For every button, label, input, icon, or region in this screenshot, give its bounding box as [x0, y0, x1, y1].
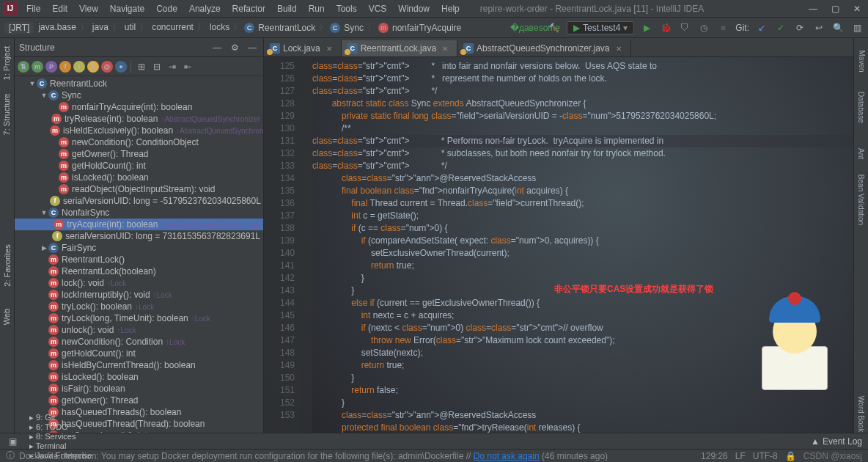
menu-vcs[interactable]: VCS	[363, 2, 393, 15]
menu-file[interactable]: File	[21, 2, 46, 15]
file-encoding[interactable]: UTF-8	[753, 451, 778, 461]
readonly-icon[interactable]: 🔒	[785, 451, 796, 461]
menu-code[interactable]: Code	[150, 2, 183, 15]
close-tab-icon[interactable]: ✕	[616, 45, 622, 53]
menu-run[interactable]: Run	[303, 2, 331, 15]
tree-node[interactable]: misLocked(): boolean	[15, 172, 263, 183]
line-gutter[interactable]: 1251261271281291301311321331341351361371…	[264, 57, 301, 433]
search-icon[interactable]: 🔍	[831, 21, 845, 34]
tree-node[interactable]: mnewCondition(): ConditionObject	[15, 136, 263, 148]
bottom-tab[interactable]: ▸ Terminal	[29, 441, 92, 451]
tree-node[interactable]: fserialVersionUID: long = -5179523762034…	[15, 195, 263, 207]
tree-node[interactable]: mgetHoldCount(): int	[15, 348, 263, 359]
tree-node[interactable]: mReentrantLock(boolean)	[15, 265, 263, 277]
structure-tab[interactable]: 7: Structure	[3, 94, 12, 136]
collapse-all-icon[interactable]: ⊟	[150, 60, 163, 73]
close-button[interactable]: ✕	[846, 0, 868, 18]
editor-tab[interactable]: CLock.java✕	[264, 40, 342, 56]
hammer-icon[interactable]: 🔨	[548, 21, 561, 34]
vcs-update-icon[interactable]: ↙	[755, 21, 768, 34]
menu-refactor[interactable]: Refactor	[227, 2, 271, 15]
bean-tab[interactable]: Bean Validation	[857, 175, 865, 225]
tree-node[interactable]: mReentrantLock()	[15, 254, 263, 265]
tree-node[interactable]: mtryLock(long, TimeUnit): boolean↑Lock	[15, 312, 263, 324]
tree-node[interactable]: mtryLock(): boolean↑Lock	[15, 301, 263, 312]
breadcrumb-segment[interactable]: java.base	[38, 22, 76, 32]
breadcrumb-class[interactable]: ReentrantLock	[258, 23, 315, 33]
filter-icon[interactable]: m	[32, 61, 43, 73]
collapse-icon[interactable]: —	[210, 41, 224, 54]
ant-tab[interactable]: Ant	[857, 148, 865, 159]
ide-update-icon[interactable]: ▥	[850, 21, 864, 34]
editor-tab[interactable]: CReentrantLock.java✕	[342, 40, 457, 56]
autoscroll-from-icon[interactable]: ⇤	[181, 60, 194, 73]
tree-node[interactable]: mreadObject(ObjectInputStream): void	[15, 183, 263, 195]
project-tab[interactable]: 1: Project	[3, 46, 12, 80]
tree-node[interactable]: mtryRelease(int): boolean↑AbstractQueued…	[15, 113, 263, 125]
tree-node[interactable]: mnonfairTryAcquire(int): boolean	[15, 101, 263, 113]
tree-node[interactable]: misHeldByCurrentThread(): boolean	[15, 359, 263, 371]
anon-icon[interactable]: @	[101, 61, 113, 73]
tree-node[interactable]: misLocked(): boolean	[15, 371, 263, 383]
tree-node[interactable]: mtryAcquire(int): boolean↑AbstractQueued…	[15, 219, 263, 230]
tree-node[interactable]: ▼CSync	[15, 89, 263, 101]
show-props-icon[interactable]: P	[45, 61, 57, 73]
status-link[interactable]: Do not ask again	[474, 451, 540, 461]
minimize-button[interactable]: —	[802, 0, 824, 18]
maven-tab[interactable]: Maven	[857, 50, 865, 72]
tree-node[interactable]: mgetHoldCount(): int	[15, 160, 263, 172]
web-tab[interactable]: Web	[3, 309, 12, 325]
wordbook-tab[interactable]: Word Book	[857, 396, 865, 432]
bottom-tab[interactable]: ▸ 6: TODO	[29, 422, 92, 432]
stop-button[interactable]: ■	[716, 21, 729, 34]
build-icon[interactable]: �давesome	[529, 21, 542, 34]
tree-node[interactable]: mgetOwner(): Thread	[15, 148, 263, 160]
caret-position[interactable]: 129:26	[701, 451, 728, 461]
expand-all-icon[interactable]: ⊞	[135, 60, 148, 73]
maximize-button[interactable]: ▢	[824, 0, 846, 18]
breadcrumb-segment[interactable]: java	[92, 22, 108, 32]
database-tab[interactable]: Database	[857, 92, 865, 123]
tree-node[interactable]: ▼CReentrantLock	[15, 78, 263, 89]
close-tab-icon[interactable]: ✕	[442, 45, 448, 53]
coverage-button[interactable]: ⛉	[678, 21, 691, 34]
debug-button[interactable]: 🐞	[659, 21, 672, 34]
breadcrumb-segment[interactable]: locks	[210, 22, 229, 32]
show-inherited-icon[interactable]: I	[73, 61, 85, 73]
run-button[interactable]: ▶	[640, 21, 653, 34]
tree-node[interactable]: mlockInterruptibly(): void↑Lock	[15, 289, 263, 301]
close-tab-icon[interactable]: ✕	[326, 45, 332, 53]
hide-icon[interactable]: —	[246, 41, 259, 54]
menu-view[interactable]: View	[73, 2, 104, 15]
sort-icon[interactable]: ⇅	[18, 61, 29, 73]
profile-button[interactable]: ◷	[697, 21, 710, 34]
menu-navigate[interactable]: Navigate	[104, 2, 150, 15]
menu-window[interactable]: Window	[392, 2, 435, 15]
breadcrumb-method[interactable]: nonfairTryAcquire	[392, 23, 461, 33]
tree-node[interactable]: ▼CNonfairSync	[15, 207, 263, 219]
tree-node[interactable]: fserialVersionUID: long = 73161535637828…	[15, 230, 263, 242]
tree-node[interactable]: mlock(): void↑Lock	[15, 277, 263, 289]
breadcrumb-inner[interactable]: Sync	[344, 23, 364, 33]
menu-help[interactable]: Help	[435, 2, 466, 15]
vcs-commit-icon[interactable]: ✓	[774, 21, 787, 34]
tree-node[interactable]: misHeldExclusively(): boolean↑AbstractQu…	[15, 125, 263, 136]
vcs-revert-icon[interactable]: ↩	[812, 21, 825, 34]
bottom-tab[interactable]: ▸ 9: Git	[29, 413, 92, 422]
breadcrumb-segment[interactable]: concurrent	[152, 22, 194, 32]
tree-node[interactable]: mnewCondition(): Condition↑Lock	[15, 336, 263, 348]
editor-tab[interactable]: CAbstractQueuedSynchronizer.java✕	[457, 40, 630, 56]
tree-node[interactable]: munlock(): void↑Lock	[15, 324, 263, 336]
autoscroll-icon[interactable]: ⇥	[166, 60, 179, 73]
menu-build[interactable]: Build	[271, 2, 303, 15]
menu-edit[interactable]: Edit	[46, 2, 73, 15]
favorites-tab[interactable]: 2: Favorites	[3, 244, 12, 286]
group-icon[interactable]: ●	[115, 61, 127, 73]
event-log[interactable]: ▲ Event Log	[811, 436, 862, 447]
bottom-tab[interactable]: ▸ 8: Services	[29, 432, 92, 441]
structure-tree[interactable]: ▼CReentrantLock▼CSyncmnonfairTryAcquire(…	[15, 76, 263, 433]
show-fields-icon[interactable]: f	[59, 61, 71, 73]
run-configuration[interactable]: ▶ Test.test4 ▾	[567, 21, 634, 34]
tool-menu-icon[interactable]: ▣	[6, 435, 19, 448]
lambda-icon[interactable]: λ	[87, 61, 99, 73]
